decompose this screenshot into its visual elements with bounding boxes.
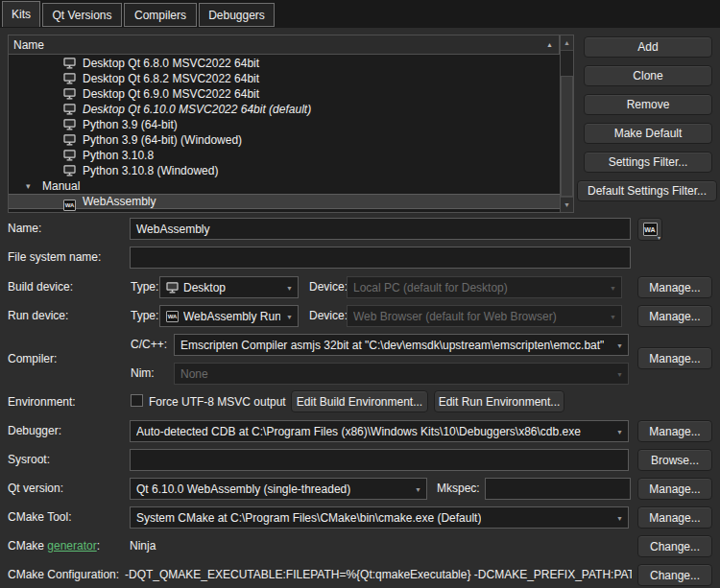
kit-list-item[interactable]: Desktop Qt 6.10.0 MSVC2022 64bit (defaul… [9,102,560,117]
scrollbar-thumb[interactable] [561,76,573,197]
kit-list-item[interactable]: Python 3.10.8 [9,148,560,163]
debugger-combo[interactable]: Auto-detected CDB at C:\Program Files (x… [130,420,629,442]
mkspec-input[interactable] [485,478,631,500]
compiler-cxx-label: C/C++: [131,338,167,352]
run-device-device-combo: Web Browser (default for Web Browser) ▼ [347,305,622,327]
edit-run-environment-button[interactable]: Edit Run Environment... [434,390,564,412]
build-device-device-label: Device: [309,280,348,294]
desktop-icon [63,73,76,84]
qt-version-combo[interactable]: Qt 6.10.0 WebAssembly (single-threaded) … [130,478,427,500]
cmake-configuration-change-button[interactable]: Change... [637,564,712,586]
run-device-type-value: WebAssembly Runtime [183,310,280,323]
build-device-manage-button[interactable]: Manage... [637,276,712,298]
kit-list-item[interactable]: Python 3.10.8 (Windowed) [9,163,560,178]
compiler-cxx-combo[interactable]: Emscripten Compiler asmjs 32bit at "C:\d… [174,334,629,356]
tab-label: Kits [12,8,31,21]
scroll-up-icon[interactable]: ▲ [561,35,573,51]
kit-list-rows: Desktop Qt 6.8.0 MSVC2022 64bitDesktop Q… [9,56,560,212]
file-system-name-input[interactable] [130,247,631,269]
kit-label: Python 3.10.8 [83,148,154,163]
tab-compilers[interactable]: Compilers [124,3,197,27]
add-button[interactable]: Add [584,36,712,58]
chevron-down-icon: ▼ [616,514,623,521]
settings-filter-button[interactable]: Settings Filter... [584,152,712,173]
cmake-generator-value: Ninja [130,539,629,553]
sysroot-input[interactable] [130,449,629,471]
cmake-configuration-value: -DQT_QMAKE_EXECUTABLE:FILEPATH=%{Qt:qmak… [125,568,632,582]
kit-label: Desktop Qt 6.8.2 MSVC2022 64bit [83,71,259,86]
default-settings-filter-button[interactable]: Default Settings Filter... [577,180,717,201]
kit-list-item[interactable]: Python 3.9 (64-bit) (Windowed) [9,132,560,148]
cmake-tool-combo[interactable]: System CMake at C:\Program Files\CMake\b… [130,506,629,529]
scroll-down-icon[interactable]: ▼ [561,197,573,212]
label-text: CMake [8,539,47,553]
cmake-tool-value: System CMake at C:\Program Files\CMake\b… [136,511,481,525]
cmake-configuration-label: CMake Configuration: [8,568,119,582]
kit-list-item[interactable]: Desktop Qt 6.8.0 MSVC2022 64bit [9,56,560,71]
wasm-icon: WA [63,196,76,207]
qt-version-manage-button[interactable]: Manage... [637,478,712,500]
make-default-button[interactable]: Make Default [584,123,712,144]
vertical-scrollbar[interactable]: ▲ ▼ [560,35,573,212]
kit-list-header[interactable]: Name ▲ [9,35,560,55]
kit-label: Desktop Qt 6.9.0 MSVC2022 64bit [83,86,259,102]
kit-label: Python 3.9 (64-bit) [83,117,178,132]
qt-version-value: Qt 6.10.0 WebAssembly (single-threaded) [136,482,350,496]
kit-list-item[interactable]: Python 3.9 (64-bit) [9,117,560,132]
tab-bar: Kits Qt Versions Compilers Debuggers [0,0,720,28]
debugger-value: Auto-detected CDB at C:\Program Files (x… [136,425,581,438]
compiler-nim-value: None [180,367,208,381]
cmake-tool-label: CMake Tool: [8,510,71,525]
build-device-device-value: Local PC (default for Desktop) [353,281,508,294]
button-label: Add [637,40,658,54]
kit-label: Python 3.10.8 (Windowed) [83,163,218,178]
chevron-down-icon: ▼ [610,313,616,319]
column-header-name: Name [13,38,44,52]
compiler-nim-combo: None ▼ [174,363,629,385]
cmake-generator-change-button[interactable]: Change... [637,535,712,557]
compiler-manage-button[interactable]: Manage... [637,347,712,369]
sysroot-browse-button[interactable]: Browse... [637,449,712,471]
force-utf8-label[interactable]: Force UTF-8 MSVC output [149,395,286,410]
chevron-down-icon: ▼ [616,370,623,377]
desktop-icon [166,282,179,294]
build-device-type-label: Type: [131,280,158,294]
kit-list-item[interactable]: WAWebAssembly [9,194,560,209]
clone-button[interactable]: Clone [584,65,712,86]
kit-list: Name ▲ Desktop Qt 6.8.0 MSVC2022 64bitDe… [8,35,574,213]
edit-build-environment-button[interactable]: Edit Build Environment... [291,390,428,412]
tab-kits[interactable]: Kits [2,1,40,27]
kit-list-item[interactable]: ▾Manual [9,178,560,194]
kit-list-item[interactable]: Desktop Qt 6.8.2 MSVC2022 64bit [9,71,560,86]
expand-arrow-icon[interactable]: ▾ [26,178,31,194]
force-utf8-checkbox[interactable] [131,394,143,407]
generator-link[interactable]: generator [47,539,96,553]
name-value: WebAssembly [136,223,209,236]
desktop-icon [63,58,76,69]
debugger-label: Debugger: [8,424,61,438]
tab-debuggers[interactable]: Debuggers [199,3,275,27]
kit-icon-button[interactable]: WA ▾ [637,218,662,241]
name-input[interactable]: WebAssembly [130,218,631,240]
build-device-type-value: Desktop [183,281,226,294]
kit-label: Desktop Qt 6.8.0 MSVC2022 64bit [83,56,259,71]
cmake-tool-manage-button[interactable]: Manage... [637,506,712,529]
button-label: Manage... [649,511,700,525]
cmake-generator-label: CMake generator: [8,539,100,553]
chevron-down-icon: ▾ [658,234,660,241]
build-device-device-combo: Local PC (default for Desktop) ▼ [347,276,622,298]
run-device-type-combo[interactable]: WA WebAssembly Runtime ▼ [159,305,299,327]
kit-label: WebAssembly [83,194,156,209]
kit-label: Python 3.9 (64-bit) (Windowed) [83,132,242,148]
run-device-manage-button[interactable]: Manage... [637,305,712,327]
tab-qt-versions[interactable]: Qt Versions [42,3,122,27]
run-device-label: Run device: [8,309,68,323]
wasm-icon: WA [643,223,658,236]
kit-list-item[interactable]: Desktop Qt 6.9.0 MSVC2022 64bit [9,86,560,102]
button-label: Manage... [649,425,700,438]
debugger-manage-button[interactable]: Manage... [637,420,712,442]
mkspec-label: Mkspec: [437,482,480,496]
button-label: Browse... [651,454,699,467]
remove-button[interactable]: Remove [584,94,712,115]
build-device-type-combo[interactable]: Desktop ▼ [159,276,299,298]
